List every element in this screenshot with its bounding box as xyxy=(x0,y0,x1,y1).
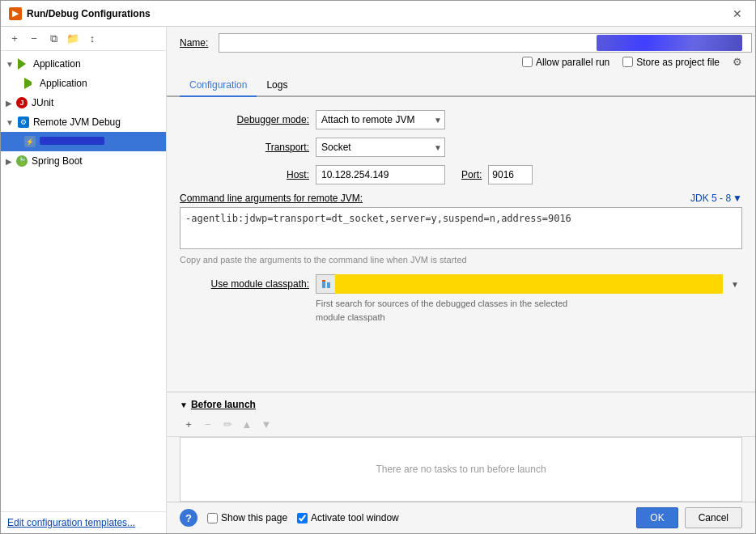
jdk-link[interactable]: JDK 5 - 8 ▼ xyxy=(690,193,742,204)
sidebar-group-label-junit: JUnit xyxy=(32,97,53,108)
app-item-icon xyxy=(23,77,36,90)
command-line-section: Command line arguments for remote JVM: J… xyxy=(180,193,742,265)
debugger-mode-select-wrapper: Attach to remote JVM Listen to remote JV… xyxy=(316,110,445,129)
sidebar-group-remote-jvm: ▼ ⚙ Remote JVM Debug ⚡ xyxy=(1,112,166,151)
port-input[interactable] xyxy=(488,165,533,184)
sidebar-group-spring-boot: ▶ 🍃 Spring Boot xyxy=(1,151,166,171)
spring-boot-group-icon: 🍃 xyxy=(15,155,28,167)
right-panel: Name: .name-scribble-overlay { position:… xyxy=(167,27,755,533)
cmd-label: Command line arguments for remote JVM: xyxy=(180,193,363,204)
title-bar: ▶ Run/Debug Configurations ✕ xyxy=(1,1,755,27)
sidebar-item-application[interactable]: Application xyxy=(1,74,166,93)
tabs-bar: Configuration Logs xyxy=(167,74,755,97)
before-launch-up-button[interactable]: ▲ xyxy=(238,415,256,433)
before-launch-section: ▼ Before launch + − ✏ ▲ ▼ There are no t… xyxy=(167,392,755,502)
copy-hint: Copy and paste the arguments to the comm… xyxy=(180,255,742,265)
bottom-bar: ? Show this page Activate tool window OK… xyxy=(167,502,755,533)
transport-select-wrapper: Socket Shared memory ▼ xyxy=(316,138,445,157)
folder-button[interactable]: 📁 xyxy=(64,30,82,48)
module-icon xyxy=(321,279,331,289)
no-tasks-label: There are no tasks to run before launch xyxy=(376,464,546,475)
remote-jvm-item-icon: ⚡ xyxy=(23,135,36,148)
tab-configuration[interactable]: Configuration xyxy=(180,74,257,97)
main-content: + − ⧉ 📁 ↕ ▼ Application xyxy=(1,27,755,533)
show-page-checkbox-label[interactable]: Show this page xyxy=(207,512,287,523)
sidebar-group-header-remote-jvm[interactable]: ▼ ⚙ Remote JVM Debug xyxy=(1,112,166,132)
cmd-textarea[interactable]: -agentlib:jdwp=transport=dt_socket,serve… xyxy=(180,207,742,249)
sidebar-item-label-application: Application xyxy=(40,78,87,89)
activate-window-checkbox[interactable] xyxy=(297,513,308,523)
allow-parallel-checkbox[interactable] xyxy=(522,57,533,67)
group-arrow-application: ▼ xyxy=(6,60,14,69)
sidebar-group-label-remote-jvm: Remote JVM Debug xyxy=(33,117,121,128)
group-arrow-remote-jvm: ▼ xyxy=(6,118,14,127)
before-launch-remove-button[interactable]: − xyxy=(199,415,217,433)
host-input[interactable] xyxy=(316,165,445,184)
title-bar-left: ▶ Run/Debug Configurations xyxy=(9,7,151,20)
group-arrow-spring-boot: ▶ xyxy=(6,157,12,166)
host-port-row: Host: Port: xyxy=(180,165,742,184)
name-input[interactable] xyxy=(219,33,752,53)
sidebar-group-header-spring-boot[interactable]: ▶ 🍃 Spring Boot xyxy=(1,151,166,171)
module-classpath-label: Use module classpath: xyxy=(180,278,309,290)
port-label: Port: xyxy=(461,169,482,180)
module-classpath-section: Use module classpath: xyxy=(180,274,742,324)
before-launch-edit-button[interactable]: ✏ xyxy=(219,415,236,433)
before-launch-collapse-icon[interactable]: ▼ xyxy=(180,400,188,409)
before-launch-content: There are no tasks to run before launch xyxy=(180,437,742,502)
sidebar-group-header-junit[interactable]: ▶ J JUnit xyxy=(1,93,166,112)
ok-button[interactable]: OK xyxy=(636,507,677,528)
module-row: Use module classpath: xyxy=(180,274,742,294)
module-hint: First search for sources of the debugged… xyxy=(180,297,742,324)
module-icon-button[interactable] xyxy=(316,274,335,294)
add-config-button[interactable]: + xyxy=(6,30,23,48)
store-project-checkbox[interactable] xyxy=(622,57,633,67)
help-button[interactable]: ? xyxy=(180,509,197,527)
allow-parallel-checkbox-label[interactable]: Allow parallel run xyxy=(522,57,609,68)
edit-templates-link[interactable]: Edit configuration templates... xyxy=(7,517,135,528)
junit-group-icon: J xyxy=(15,96,28,109)
before-launch-add-button[interactable]: + xyxy=(180,415,197,433)
module-selector: [module] ▼ xyxy=(316,274,742,294)
store-project-checkbox-label[interactable]: Store as project file xyxy=(622,57,720,68)
gear-icon[interactable]: ⚙ xyxy=(733,56,742,68)
before-launch-down-button[interactable]: ▼ xyxy=(257,415,275,433)
debugger-mode-row: Debugger mode: Attach to remote JVM List… xyxy=(180,110,742,129)
sidebar-group-label-application: Application xyxy=(33,58,81,70)
transport-select[interactable]: Socket Shared memory xyxy=(316,138,445,157)
before-launch-title: Before launch xyxy=(191,399,256,410)
show-page-checkbox[interactable] xyxy=(207,513,218,523)
config-panel: Debugger mode: Attach to remote JVM List… xyxy=(167,97,755,392)
app-icon: ▶ xyxy=(9,7,22,20)
group-arrow-junit: ▶ xyxy=(6,99,12,108)
sidebar-item-label-remote-jvm xyxy=(40,136,104,147)
bottom-left: ? Show this page Activate tool window xyxy=(180,509,399,527)
sort-button[interactable]: ↕ xyxy=(83,30,101,48)
sidebar-group-junit: ▶ J JUnit xyxy=(1,93,166,112)
jdk-arrow-icon: ▼ xyxy=(733,193,742,204)
sidebar-toolbar: + − ⧉ 📁 ↕ xyxy=(1,27,166,51)
remote-jvm-group-icon: ⚙ xyxy=(17,116,30,129)
cancel-button[interactable]: Cancel xyxy=(685,507,742,528)
debugger-mode-select[interactable]: Attach to remote JVM Listen to remote JV… xyxy=(316,110,445,129)
cmd-header-row: Command line arguments for remote JVM: J… xyxy=(180,193,742,204)
close-button[interactable]: ✕ xyxy=(728,6,747,22)
host-label: Host: xyxy=(180,169,309,180)
activate-window-checkbox-label[interactable]: Activate tool window xyxy=(297,512,399,523)
application-group-icon xyxy=(17,57,30,70)
sidebar-group-application: ▼ Application Application xyxy=(1,54,166,93)
svg-rect-1 xyxy=(327,282,330,288)
copy-config-button[interactable]: ⧉ xyxy=(45,30,62,48)
before-launch-header: ▼ Before launch xyxy=(167,392,755,413)
debugger-mode-label: Debugger mode: xyxy=(180,114,309,125)
sidebar-item-remote-jvm-selected[interactable]: ⚡ xyxy=(1,132,166,151)
sidebar-group-header-application[interactable]: ▼ Application xyxy=(1,54,166,74)
remove-config-button[interactable]: − xyxy=(25,30,43,48)
tab-logs[interactable]: Logs xyxy=(257,74,297,97)
name-row: Name: .name-scribble-overlay { position:… xyxy=(167,27,755,56)
sidebar-footer: Edit configuration templates... xyxy=(1,511,166,533)
dialog-title: Run/Debug Configurations xyxy=(27,8,151,19)
sidebar-items: ▼ Application Application xyxy=(1,51,166,511)
sidebar-group-label-spring-boot: Spring Boot xyxy=(32,155,83,167)
transport-label: Transport: xyxy=(180,142,309,153)
